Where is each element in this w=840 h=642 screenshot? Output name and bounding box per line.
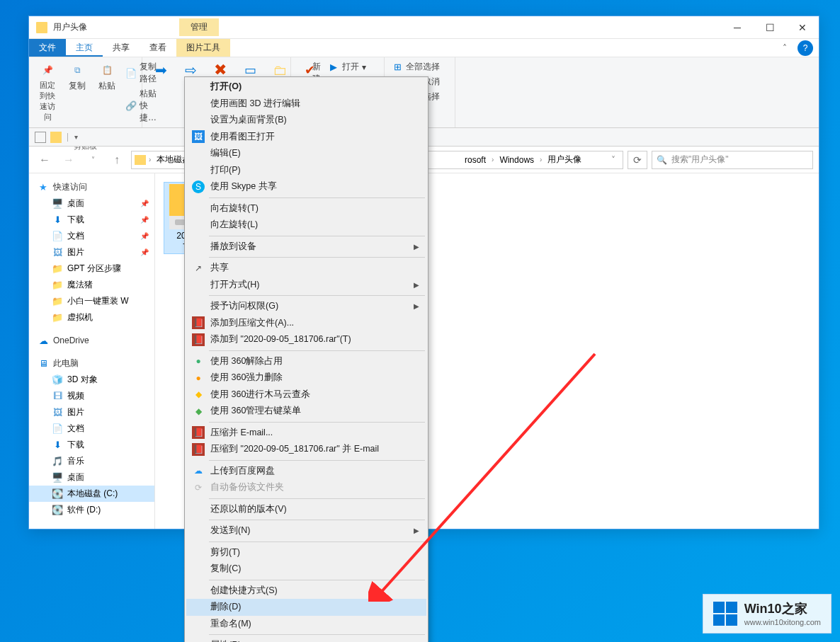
menu-separator — [209, 580, 425, 580]
up-button[interactable]: ↑ — [107, 150, 127, 170]
back-button[interactable]: ← — [35, 150, 55, 170]
menu-item[interactable]: 向左旋转(L) — [186, 217, 426, 234]
menu-item-icon: ◆ — [192, 388, 205, 401]
quick-access-header[interactable]: ★ 快速访问 — [29, 179, 154, 195]
this-pc-header[interactable]: 🖥 此电脑 — [29, 355, 154, 372]
sidebar-item[interactable]: 📄文档 — [29, 420, 154, 437]
menu-item[interactable]: 📕压缩并 E-mail... — [186, 425, 426, 442]
menu-item-icon: 📕 — [192, 443, 205, 456]
menu-item[interactable]: ☁上传到百度网盘 — [186, 463, 426, 480]
sidebar-item[interactable]: 🎵音乐 — [29, 453, 154, 469]
sidebar-item[interactable]: 🖥️桌面 — [29, 469, 154, 486]
sidebar-item[interactable]: 💽本地磁盘 (C:) — [29, 486, 154, 502]
sidebar-item[interactable]: 📁GPT 分区步骤 — [29, 260, 154, 277]
sidebar-item[interactable]: 📁魔法猪 — [29, 277, 154, 293]
menu-item[interactable]: 打开(O) — [186, 79, 426, 96]
breadcrumb[interactable]: 用户头像 — [545, 154, 584, 166]
item-icon: 🖥️ — [52, 472, 63, 483]
menu-item[interactable]: 编辑(E) — [186, 145, 426, 162]
select-all-button[interactable]: ⊞全部选择 — [390, 60, 441, 74]
forward-button[interactable]: → — [59, 150, 79, 170]
menu-item[interactable]: 重命名(M) — [186, 616, 426, 633]
menu-item[interactable]: ◆使用 360管理右键菜单 — [186, 403, 426, 420]
menu-separator — [209, 634, 425, 635]
minimize-button[interactable]: ─ — [721, 17, 754, 38]
manage-context-tab[interactable]: 管理 — [179, 18, 219, 36]
menu-item-label: 压缩并 E-mail... — [210, 427, 273, 439]
sidebar-item[interactable]: 🧊3D 对象 — [29, 372, 154, 388]
menu-item[interactable]: 发送到(N)▶ — [186, 522, 426, 539]
open-button[interactable]: ▶打开▾ — [327, 60, 378, 74]
sidebar-item[interactable]: 🖥️桌面📌 — [29, 195, 154, 212]
sidebar-item[interactable]: 🖼图片 — [29, 404, 154, 420]
recent-dropdown[interactable]: ˅ — [83, 150, 103, 170]
tab-share[interactable]: 共享 — [103, 39, 140, 57]
menu-item[interactable]: 🖼使用看图王打开 — [186, 129, 426, 146]
tab-home[interactable]: 主页 — [66, 39, 103, 57]
menu-item[interactable]: ●使用 360强力删除 — [186, 369, 426, 386]
nav-pane: ★ 快速访问 🖥️桌面📌⬇下载📌📄文档📌🖼图片📌📁GPT 分区步骤📁魔法猪📁小白… — [29, 173, 155, 529]
copy-button[interactable]: ⧉ 复制 — [64, 60, 90, 93]
menu-item[interactable]: 删除(D) — [186, 599, 426, 616]
menu-separator — [209, 197, 425, 198]
sidebar-item[interactable]: 📁小白一键重装 W — [29, 293, 154, 309]
refresh-button[interactable]: ⟳ — [628, 151, 647, 169]
menu-item[interactable]: 还原以前的版本(V) — [186, 501, 426, 518]
onedrive-header[interactable]: ☁ OneDrive — [29, 333, 154, 348]
menu-item[interactable]: 打开方式(H)▶ — [186, 277, 426, 294]
maximize-button[interactable]: ☐ — [754, 17, 786, 38]
help-icon[interactable]: ? — [798, 40, 813, 56]
breadcrumb[interactable]: rosoft — [462, 155, 489, 165]
menu-item[interactable]: 属性(R) — [186, 637, 426, 642]
submenu-arrow-icon: ▶ — [414, 243, 419, 251]
ribbon-tabs: 文件 主页 共享 查看 图片工具 ˄ ? — [29, 39, 819, 57]
menu-item[interactable]: ◆使用 360进行木马云查杀 — [186, 386, 426, 403]
menu-item[interactable]: S使用 Skype 共享 — [186, 178, 426, 195]
menu-item[interactable]: 播放到设备▶ — [186, 239, 426, 256]
sidebar-item[interactable]: 📄文档📌 — [29, 228, 154, 244]
menu-item[interactable]: 📕添加到压缩文件(A)... — [186, 315, 426, 332]
search-placeholder: 搜索"用户头像" — [671, 154, 729, 166]
menu-item[interactable]: 剪切(T) — [186, 544, 426, 561]
menu-item[interactable]: ●使用 360解除占用 — [186, 353, 426, 370]
menu-separator — [209, 498, 425, 499]
menu-item[interactable]: 📕添加到 "2020-09-05_181706.rar"(T) — [186, 331, 426, 348]
close-button[interactable]: ✕ — [786, 17, 819, 38]
menu-item-label: 使用看图王打开 — [210, 131, 275, 143]
paste-button[interactable]: 📋 粘贴 — [94, 60, 120, 93]
menu-item[interactable]: ↗共享 — [186, 260, 426, 277]
context-menu: 打开(O)使用画图 3D 进行编辑设置为桌面背景(B)🖼使用看图王打开编辑(E)… — [184, 76, 428, 642]
sidebar-item[interactable]: 📁虚拟机 — [29, 309, 154, 326]
item-icon: 🖼 — [52, 247, 63, 258]
menu-item[interactable]: 向右旋转(T) — [186, 200, 426, 217]
menu-item-label: 添加到 "2020-09-05_181706.rar"(T) — [210, 333, 351, 345]
folder-icon — [135, 155, 146, 165]
sidebar-item[interactable]: 💽软件 (D:) — [29, 502, 154, 518]
title-bar: 用户头像 管理 ─ ☐ ✕ — [29, 16, 819, 39]
move-to-button[interactable]: ➡ — [148, 60, 174, 80]
menu-item[interactable]: 复制(C) — [186, 561, 426, 578]
menu-item[interactable]: 打印(P) — [186, 162, 426, 179]
sidebar-item-label: 本地磁盘 (C:) — [67, 488, 118, 500]
menu-item-label: 添加到压缩文件(A)... — [210, 317, 294, 329]
pin-to-quick-access-button[interactable]: 📌 固定到快 速访问 — [35, 60, 60, 124]
menu-item[interactable]: 📕压缩到 "2020-09-05_181706.rar" 并 E-mail — [186, 441, 426, 458]
search-input[interactable]: 🔍 搜索"用户头像" — [652, 151, 813, 169]
menu-item-label: 自动备份该文件夹 — [210, 481, 284, 493]
menu-item[interactable]: 设置为桌面背景(B) — [186, 112, 426, 129]
sidebar-item[interactable]: 🎞视频 — [29, 388, 154, 404]
checkbox-icon[interactable] — [35, 132, 46, 143]
dropdown-icon[interactable]: ▾ — [74, 133, 78, 141]
address-dropdown[interactable]: ˅ — [607, 155, 620, 165]
breadcrumb[interactable]: Windows — [496, 155, 537, 165]
tab-picture-tools[interactable]: 图片工具 — [176, 39, 230, 57]
menu-item[interactable]: 使用画图 3D 进行编辑 — [186, 96, 426, 113]
sidebar-item[interactable]: 🖼图片📌 — [29, 244, 154, 260]
tab-view[interactable]: 查看 — [140, 39, 176, 57]
sidebar-item[interactable]: ⬇下载 — [29, 437, 154, 453]
menu-item[interactable]: 创建快捷方式(S) — [186, 583, 426, 600]
sidebar-item[interactable]: ⬇下载📌 — [29, 212, 154, 228]
ribbon-collapse-button[interactable]: ˄ — [775, 39, 795, 57]
menu-item[interactable]: 授予访问权限(G)▶ — [186, 298, 426, 315]
tab-file[interactable]: 文件 — [29, 39, 66, 57]
